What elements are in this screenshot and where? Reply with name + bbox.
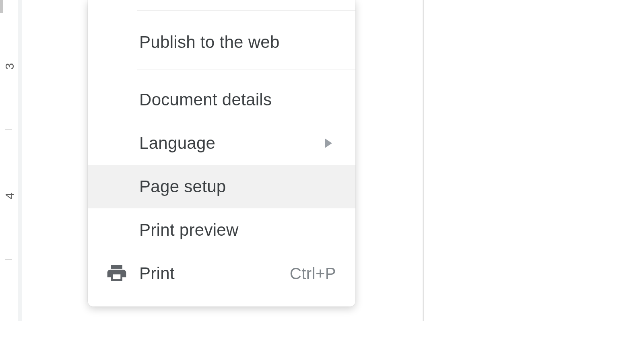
page-shadow xyxy=(423,0,424,321)
menu-separator xyxy=(137,70,355,70)
menu-item-document-details[interactable]: Document details xyxy=(88,78,355,121)
menu-item-publish-to-web[interactable]: Publish to the web xyxy=(88,21,355,64)
menu-item-language[interactable]: Language xyxy=(88,121,355,165)
ruler-label-3: 3 xyxy=(3,60,17,72)
vertical-ruler: 3 4 xyxy=(0,0,18,321)
menu-item-label: Page setup xyxy=(139,177,336,196)
menu-item-label: Publish to the web xyxy=(139,33,336,52)
menu-separator xyxy=(137,10,355,11)
menu-item-label: Print preview xyxy=(139,220,336,240)
menu-item-print[interactable]: Print Ctrl+P xyxy=(88,252,355,295)
menu-item-page-setup[interactable]: Page setup xyxy=(88,165,355,208)
keyboard-shortcut: Ctrl+P xyxy=(290,265,336,283)
print-icon xyxy=(105,261,129,286)
menu-item-print-preview[interactable]: Print preview xyxy=(88,208,355,252)
menu-item-label: Document details xyxy=(139,90,336,109)
ruler-label-4: 4 xyxy=(3,190,17,202)
file-menu-dropdown: Publish to the web Document details Lang… xyxy=(88,0,355,306)
menu-item-label: Print xyxy=(139,264,290,283)
menu-item-label: Language xyxy=(139,134,325,153)
submenu-arrow-icon xyxy=(325,138,332,148)
